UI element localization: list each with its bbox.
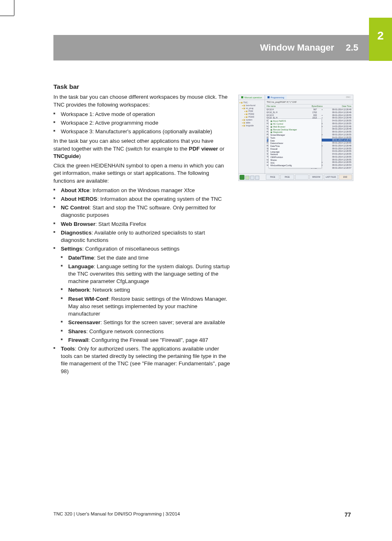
- menu-item: ▣ NC Control: [270, 123, 321, 125]
- tree-node: ▸▣ PGM: [240, 110, 264, 112]
- square-icon: [241, 96, 243, 98]
- tree-node: ▸▣ system: [240, 118, 264, 121]
- menu-item: ScreenManager: [270, 134, 321, 137]
- softkey: [295, 174, 309, 180]
- menu-item: ▣ Web Browser: [270, 125, 321, 128]
- softkey: WINDOW: [309, 174, 323, 180]
- shot-task-bar: [239, 174, 265, 181]
- tree-node: ▸▣ table: [240, 121, 264, 124]
- menu-item: Tools: [270, 137, 321, 139]
- taskbar-ws-2: [250, 176, 254, 180]
- menu-item: ▣ Diagnostic: [270, 131, 321, 134]
- para-intro: In the task bar you can choose different…: [53, 93, 230, 108]
- fn-screensaver: Screensaver: Settings for the screen sav…: [61, 319, 230, 326]
- tree-node: ▸▣ TNC:: [240, 101, 264, 104]
- heading-taskbar: Task bar: [53, 82, 230, 91]
- fn-settings: Settings: Configuration of miscellaneous…: [53, 245, 230, 344]
- softkey: PAGE: [266, 174, 279, 180]
- tree-node: ▸▣ lost+found: [240, 104, 264, 107]
- shot-softkeys: PAGEPAGEWINDOWLAST FILESEND: [265, 174, 353, 181]
- embedded-screenshot: Manual operation Programming DNC ▸▣ TNC:…: [238, 95, 353, 181]
- tree-node: ▸▣ PGM2: [240, 113, 264, 115]
- tree-node: ▸▣ nc_prog: [240, 107, 264, 109]
- shot-heros-menu: ▣ About HeROS▣ NC Control▣ Web Browser▣ …: [268, 118, 322, 168]
- crop-mark-v: [14, 0, 14, 16]
- menu-item: OEMFunktion: [270, 156, 321, 159]
- shot-dnc-label: DNC: [346, 96, 350, 98]
- heidenhain-logo-icon: [240, 175, 244, 180]
- header-bar: Window Manager 2.5: [53, 35, 369, 60]
- tree-node: ▸▣ tncguide: [240, 124, 264, 127]
- ws-3: Workspace 3: Manufacturer's applications…: [53, 128, 230, 135]
- menu-item: Shares: [270, 159, 321, 162]
- file-row: EX10_SL.H176308-01-2014 12:28:49: [267, 111, 351, 114]
- shot-file-tree: ▸▣ TNC:▸▣ lost+found▸▣ nc_prog▸▣ PGM▸▣ P…: [239, 100, 265, 174]
- fn-network: Network: Network setting: [61, 286, 230, 294]
- file-row: EX10.H967+08-01-2014 12:28:49: [267, 108, 351, 111]
- shot-bottom-bar: PAGEPAGEWINDOWLAST FILESEND: [239, 173, 353, 181]
- main-content: Task bar In the task bar you can choose …: [53, 82, 230, 377]
- softkey: END: [339, 174, 352, 180]
- taskbar-ws-1: [245, 176, 249, 180]
- page-number: 77: [344, 511, 351, 518]
- menu-item: ▣ About HeROS: [270, 120, 321, 123]
- menu-item: Date/Time: [270, 145, 321, 148]
- para-green-symbol: Click the green HEIDENHAIN symbol to ope…: [53, 162, 230, 185]
- menu-item: Date: [270, 139, 321, 142]
- fn-nc-control: NC Control: Start and stop the TNC softw…: [53, 204, 230, 219]
- fn-reset-wm: Reset WM-Conf: Restore basic settings of…: [61, 295, 230, 318]
- shot-tab-manual: Manual operation: [239, 95, 265, 100]
- footer-text: TNC 320 | User's Manual for DIN/ISO Prog…: [53, 511, 180, 518]
- header-title: Window Manager: [260, 42, 334, 53]
- ws-1: Workspace 1: Active mode of operation: [53, 111, 230, 118]
- menu-item: Firewall: [270, 148, 321, 151]
- softkey: LAST FILES: [324, 174, 337, 180]
- fn-shares: Shares: Configure network connections: [61, 328, 230, 335]
- fn-tools: Tools: Only for authorized users. The ap…: [53, 345, 230, 375]
- menu-item: Language: [270, 151, 321, 153]
- function-list: About Xfce: Information on the Windows m…: [53, 187, 230, 375]
- fn-about-heros: About HEROS: Information about the opera…: [53, 195, 230, 203]
- file-row: EX10.H833+08-01-2014 12:28:55: [267, 114, 351, 117]
- fn-language: Language: Language setting for the syste…: [61, 263, 230, 286]
- workspace-list: Workspace 1: Active mode of operation Wo…: [53, 111, 230, 136]
- tree-node: ▸▣ PGM3: [240, 116, 264, 118]
- chapter-number: 2: [377, 29, 384, 42]
- menu-item: Network: [270, 153, 321, 156]
- shot-tab-programming: Programming: [265, 95, 287, 100]
- shot-table-header: File name Bytes Status Date Time: [265, 104, 353, 108]
- menu-item: Datensicherer: [270, 142, 321, 145]
- fn-diagnostics: Diagnostics: Available only to authorize…: [53, 229, 230, 244]
- taskbar-ws-3: [255, 176, 259, 180]
- fn-date-time: Date/Time: Set the date and time: [61, 254, 230, 262]
- shot-path: TNC:\nc_prog\PGM\*.H;*.I;*.DXF: [265, 100, 353, 104]
- para-other-apps: In the task bar you can also select othe…: [53, 137, 230, 160]
- menu-item: VNC: [270, 162, 321, 165]
- fn-web-browser: Web Browser: Start Mozilla Firefox: [53, 221, 230, 228]
- fn-firewall: Firewall: Configuring the Firewall see "…: [61, 337, 230, 344]
- page-footer: TNC 320 | User's Manual for DIN/ISO Prog…: [53, 511, 351, 518]
- header-section: 2.5: [346, 42, 358, 53]
- menu-item: WindowManagerConfig: [270, 164, 321, 167]
- chapter-tab: 2: [369, 18, 392, 61]
- softkey: PAGE: [280, 174, 294, 180]
- ws-2: Workspace 2: Active programming mode: [53, 119, 230, 127]
- menu-item: ▣ Remote Desktop Manager: [270, 128, 321, 131]
- crop-mark-h: [0, 16, 14, 16]
- square-icon: [267, 96, 270, 98]
- fn-about-xfce: About Xfce: Information on the Windows m…: [53, 187, 230, 194]
